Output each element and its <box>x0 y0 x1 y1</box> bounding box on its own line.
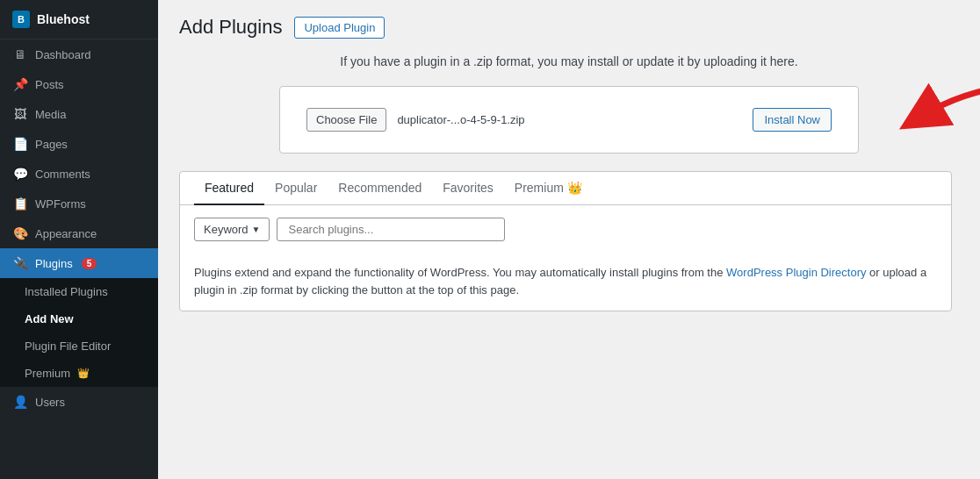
posts-icon: 📌 <box>12 76 28 92</box>
chevron-down-icon: ▼ <box>252 225 261 234</box>
tab-featured[interactable]: Featured <box>194 172 264 205</box>
crown-icon: 👑 <box>77 368 90 379</box>
sidebar-item-label: Users <box>35 396 65 409</box>
sidebar-item-dashboard[interactable]: 🖥 Dashboard <box>0 39 158 69</box>
sidebar-item-plugin-file-editor[interactable]: Plugin File Editor <box>0 332 158 360</box>
description-text: Plugins extend and expand the functional… <box>180 264 951 311</box>
add-new-label: Add New <box>25 312 74 325</box>
sidebar-item-label: Pages <box>35 138 68 151</box>
wpforms-icon: 📋 <box>12 196 28 211</box>
sidebar-item-appearance[interactable]: 🎨 Appearance <box>0 218 158 248</box>
sidebar-item-plugins[interactable]: 🔌 Plugins 5 <box>0 248 158 278</box>
sidebar-item-label: Posts <box>35 78 64 91</box>
sidebar-item-wpforms[interactable]: 📋 WPForms <box>0 189 158 218</box>
tab-popular[interactable]: Popular <box>264 172 328 205</box>
sidebar-logo-label: Bluehost <box>37 12 90 26</box>
sidebar-item-premium[interactable]: Premium 👑 <box>0 360 158 387</box>
info-text: If you have a plugin in a .zip format, y… <box>179 54 959 68</box>
sidebar-item-label: Plugins <box>35 257 73 270</box>
appearance-icon: 🎨 <box>12 225 28 241</box>
plugin-file-editor-label: Plugin File Editor <box>25 340 111 353</box>
bluehost-logo-icon: B <box>12 11 30 28</box>
search-input[interactable] <box>277 218 505 241</box>
sidebar-item-add-new[interactable]: Add New <box>0 305 158 332</box>
page-title: Add Plugins <box>179 16 282 39</box>
tabs-content: Keyword ▼ <box>180 205 951 264</box>
plugins-submenu: Installed Plugins Add New Plugin File Ed… <box>0 278 158 387</box>
sidebar-item-label: Comments <box>35 168 90 181</box>
comments-icon: 💬 <box>12 166 28 182</box>
sidebar-item-label: WPForms <box>35 197 86 211</box>
pages-icon: 📄 <box>12 136 28 152</box>
page-header: Add Plugins Upload Plugin <box>179 16 959 39</box>
sidebar-item-label: Media <box>35 108 66 121</box>
wp-plugin-directory-link[interactable]: WordPress Plugin Directory <box>726 266 866 279</box>
media-icon: 🖼 <box>12 106 28 122</box>
sidebar-item-posts[interactable]: 📌 Posts <box>0 69 158 99</box>
plugins-section: Featured Popular Recommended Favorites P… <box>179 171 952 311</box>
plugins-badge: 5 <box>82 258 97 269</box>
sidebar-item-media[interactable]: 🖼 Media <box>0 99 158 129</box>
tab-recommended[interactable]: Recommended <box>328 172 432 205</box>
sidebar-item-label: Appearance <box>35 227 97 240</box>
plugins-icon: 🔌 <box>12 255 28 271</box>
keyword-select[interactable]: Keyword ▼ <box>194 218 270 241</box>
sidebar: B Bluehost 🖥 Dashboard 📌 Posts 🖼 Media 📄… <box>0 0 158 479</box>
upload-box: Choose File duplicator-...o-4-5-9-1.zip … <box>279 86 859 154</box>
installed-plugins-label: Installed Plugins <box>25 285 108 298</box>
sidebar-item-label: Dashboard <box>35 48 91 61</box>
sidebar-item-installed-plugins[interactable]: Installed Plugins <box>0 278 158 305</box>
sidebar-item-comments[interactable]: 💬 Comments <box>0 159 158 189</box>
dashboard-icon: 🖥 <box>12 46 28 62</box>
sidebar-item-pages[interactable]: 📄 Pages <box>0 129 158 159</box>
premium-crown-icon: 👑 <box>567 181 582 195</box>
sidebar-logo[interactable]: B Bluehost <box>0 0 158 39</box>
choose-file-button[interactable]: Choose File <box>306 108 386 132</box>
tab-premium[interactable]: Premium 👑 <box>504 172 593 205</box>
sidebar-item-users[interactable]: 👤 Users <box>0 387 158 417</box>
upload-plugin-button[interactable]: Upload Plugin <box>294 17 385 39</box>
search-row: Keyword ▼ <box>194 218 937 241</box>
file-name: duplicator-...o-4-5-9-1.zip <box>397 113 742 126</box>
users-icon: 👤 <box>12 394 28 410</box>
tab-favorites[interactable]: Favorites <box>432 172 504 205</box>
main-content: Add Plugins Upload Plugin If you have a … <box>158 0 980 479</box>
keyword-label: Keyword <box>204 223 249 236</box>
tabs-bar: Featured Popular Recommended Favorites P… <box>180 172 951 205</box>
install-now-button[interactable]: Install Now <box>753 108 832 132</box>
arrow-annotation <box>850 77 980 156</box>
premium-label: Premium <box>25 367 70 380</box>
